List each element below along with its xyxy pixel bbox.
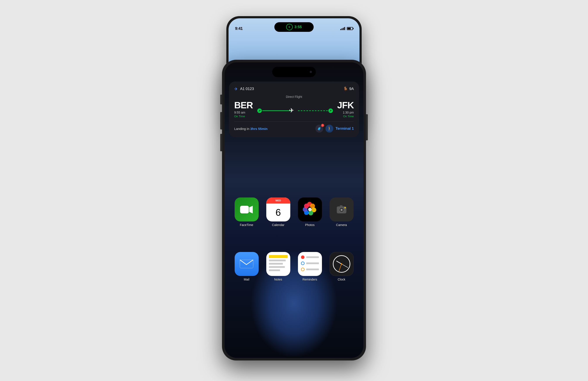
cal-date: 6 bbox=[275, 204, 281, 221]
phone-front: ✈ A1 0123 🪑 9A Direct Flight BER 9:55 am bbox=[222, 60, 366, 361]
cal-month: WED bbox=[266, 197, 290, 204]
app-camera-label: Camera bbox=[336, 223, 347, 227]
app-photos-wrap[interactable]: Photos bbox=[296, 197, 324, 227]
reminder-line-1 bbox=[306, 256, 319, 258]
flight-path: ↗ ✈ ↗ bbox=[253, 105, 337, 116]
signal-bar-3 bbox=[343, 28, 344, 30]
seat-icon: 🪑 bbox=[343, 87, 348, 91]
app-reminders-icon[interactable] bbox=[298, 252, 322, 276]
petal-pink bbox=[304, 204, 309, 208]
landing-text: Landing in 3hrs 55min bbox=[234, 127, 268, 131]
baggage-icon: 🧳 1 bbox=[315, 125, 323, 133]
app-facetime-label: FaceTime bbox=[240, 223, 253, 227]
dynamic-island-back[interactable]: ✈ 3:55 bbox=[274, 22, 314, 32]
notes-line-2 bbox=[269, 263, 283, 265]
svg-text:✈: ✈ bbox=[289, 107, 294, 114]
dynamic-island-front[interactable] bbox=[272, 67, 316, 77]
calendar-inner: WED 6 bbox=[266, 197, 290, 221]
app-clock-icon[interactable] bbox=[330, 252, 354, 276]
petal-green bbox=[308, 210, 313, 215]
status-right bbox=[340, 27, 353, 30]
reminder-dot-orange bbox=[301, 268, 304, 271]
terminal-info: 🧳 1 🚶 Terminal 1 bbox=[315, 125, 354, 133]
svg-rect-7 bbox=[240, 206, 249, 213]
notes-line-1 bbox=[269, 260, 286, 261]
reminders-inner bbox=[298, 252, 322, 276]
status-time: 9:41 bbox=[235, 26, 243, 31]
signal-bar-2 bbox=[342, 28, 342, 30]
app-camera-wrap[interactable]: Camera bbox=[327, 197, 356, 227]
app-camera-icon[interactable] bbox=[330, 197, 354, 221]
app-calendar-icon[interactable]: WED 6 bbox=[266, 197, 290, 221]
svg-text:↗: ↗ bbox=[329, 109, 332, 113]
mute-button[interactable] bbox=[220, 95, 222, 104]
volume-up-button[interactable] bbox=[220, 112, 222, 130]
reminder-dot-red bbox=[301, 255, 304, 259]
seat-number: 9A bbox=[349, 87, 354, 91]
departure-status: On Time bbox=[234, 115, 253, 118]
app-photos-icon[interactable] bbox=[298, 197, 322, 221]
volume-down-button[interactable] bbox=[220, 134, 222, 151]
app-mail-icon[interactable] bbox=[235, 252, 259, 276]
flight-card-header: ✈ A1 0123 🪑 9A bbox=[234, 86, 354, 92]
departure-info: BER 9:55 am On Time bbox=[234, 101, 253, 118]
reminder-line-3 bbox=[306, 268, 319, 270]
clock-hand-minute bbox=[341, 264, 348, 268]
app-notes-icon[interactable] bbox=[266, 252, 290, 276]
app-clock-label: Clock bbox=[338, 278, 345, 281]
di-flight-time: 3:55 bbox=[294, 25, 302, 29]
app-calendar-wrap[interactable]: WED 6 Calendar bbox=[264, 197, 293, 227]
arrival-code: JFK bbox=[337, 101, 354, 110]
app-clock-wrap[interactable]: Clock bbox=[327, 252, 356, 281]
app-notes-label: Notes bbox=[274, 278, 282, 281]
svg-point-13 bbox=[341, 210, 342, 210]
notes-inner bbox=[266, 252, 290, 276]
app-facetime-icon[interactable] bbox=[235, 197, 259, 221]
app-row-1: FaceTime WED 6 Calendar bbox=[225, 197, 363, 227]
baggage-badge: 1 bbox=[321, 124, 324, 127]
reminder-dot-blue bbox=[301, 262, 304, 265]
di-plane-icon: ✈ bbox=[286, 24, 293, 30]
flight-bottom: Landing in 3hrs 55min 🧳 1 🚶 Terminal 1 bbox=[234, 121, 354, 133]
landing-time: 3hrs 55min bbox=[250, 127, 267, 131]
scene: 9:41 ✈ 3:55 bbox=[196, 16, 392, 365]
airline-logo-icon: ✈ bbox=[234, 86, 238, 92]
notes-yellow-bar bbox=[269, 255, 288, 258]
app-row-2: Mail Notes bbox=[225, 252, 363, 281]
reminder-row-3 bbox=[301, 268, 319, 271]
app-mail-label: Mail bbox=[244, 278, 250, 281]
departure-code: BER bbox=[234, 101, 253, 110]
reminder-row-1 bbox=[301, 255, 319, 259]
terminal-label: Terminal 1 bbox=[336, 126, 354, 131]
app-notes-wrap[interactable]: Notes bbox=[264, 252, 293, 281]
app-reminders-wrap[interactable]: Reminders bbox=[296, 252, 324, 281]
direct-label: Direct Flight bbox=[234, 95, 354, 98]
walking-icon: 🚶 bbox=[325, 125, 333, 133]
petal-center bbox=[308, 208, 312, 211]
walking-symbol: 🚶 bbox=[327, 126, 332, 131]
clock-center-dot bbox=[341, 263, 342, 265]
reminder-line-2 bbox=[306, 262, 319, 264]
svg-text:↗: ↗ bbox=[258, 109, 260, 113]
phone-front-screen: ✈ A1 0123 🪑 9A Direct Flight BER 9:55 am bbox=[225, 62, 363, 358]
departure-time: 9:55 am bbox=[234, 111, 253, 114]
app-photos-label: Photos bbox=[305, 223, 315, 227]
baggage-symbol: 🧳 bbox=[317, 127, 321, 131]
di-inner: ✈ 3:55 bbox=[286, 24, 302, 30]
battery-fill bbox=[347, 28, 351, 29]
photos-petals bbox=[302, 202, 317, 217]
arrival-time: 1:30 pm bbox=[337, 111, 354, 114]
arrival-status: On Time bbox=[337, 115, 354, 118]
battery-icon bbox=[347, 27, 353, 30]
signal-bars bbox=[340, 27, 345, 30]
clock-face bbox=[333, 255, 350, 273]
flight-number: A1 0123 bbox=[240, 87, 254, 91]
power-button[interactable] bbox=[366, 114, 368, 140]
notes-line-4 bbox=[269, 269, 280, 271]
flight-live-activity[interactable]: ✈ A1 0123 🪑 9A Direct Flight BER 9:55 am bbox=[229, 81, 359, 137]
signal-bar-4 bbox=[344, 27, 345, 30]
svg-marker-8 bbox=[249, 206, 253, 213]
app-facetime-wrap[interactable]: FaceTime bbox=[232, 197, 261, 227]
app-calendar-label: Calendar bbox=[272, 223, 284, 227]
app-mail-wrap[interactable]: Mail bbox=[232, 252, 261, 281]
